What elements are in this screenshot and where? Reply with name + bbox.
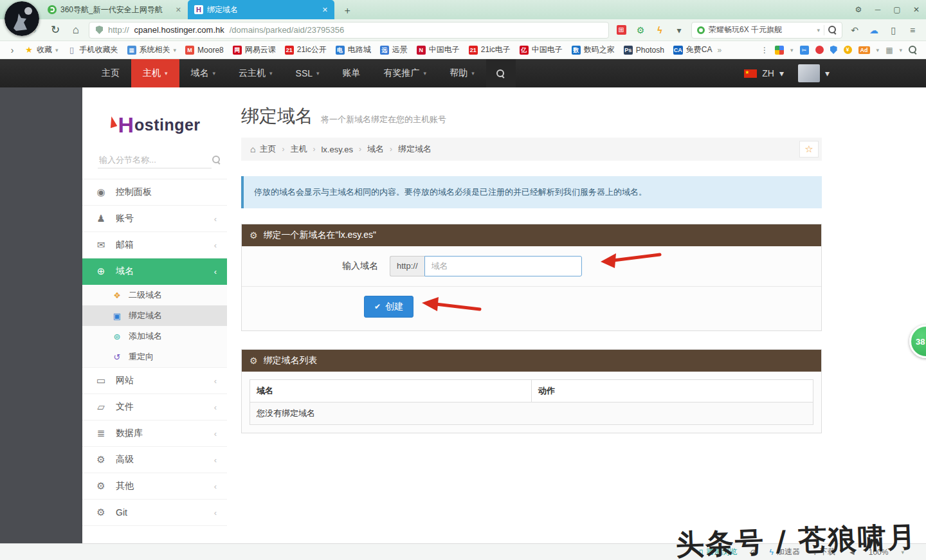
bookmark-item[interactable]: 21 21ic公开: [281, 43, 331, 57]
toolbar-search-box[interactable]: ▾: [691, 22, 842, 39]
adblock-icon[interactable]: Ad: [858, 46, 870, 54]
submenu-add-domain[interactable]: ⊚ 添加域名: [82, 326, 227, 347]
favorite-star-button[interactable]: ☆: [799, 141, 819, 158]
bookmark-mobile-favorites[interactable]: ▯ 手机收藏夹: [64, 43, 122, 57]
create-button-label: 创建: [385, 301, 403, 312]
info-alert: 停放的域名会显示与主域名相同的内容。要停放的域名必须是已注册的并已经解析到我们服…: [241, 176, 822, 208]
cloud-sync-icon[interactable]: ☁: [867, 25, 881, 35]
chevron-down-icon[interactable]: ▾: [779, 68, 784, 78]
bookmark-item[interactable]: CA 免费CA: [669, 43, 716, 57]
submenu-parked-domains-selected[interactable]: ▣ 绑定域名: [82, 305, 227, 326]
close-tab-icon[interactable]: ✕: [176, 6, 181, 14]
submenu-subdomains[interactable]: ❖ 二级域名: [82, 285, 227, 305]
domain-input[interactable]: [424, 256, 582, 276]
nav-home[interactable]: 主页: [90, 59, 131, 87]
bookmark-item[interactable]: 亿 中国电子: [516, 43, 567, 57]
wallet-icon[interactable]: ¥: [844, 46, 852, 54]
new-tab-button[interactable]: ＋: [338, 3, 356, 18]
browser-tab-1[interactable]: 360导航_新一代安全上网导航 ✕: [41, 0, 188, 19]
breadcrumb-domains[interactable]: 域名: [367, 143, 384, 155]
history-undo-icon[interactable]: ↶: [848, 25, 862, 35]
apps-grid-icon[interactable]: [775, 46, 784, 55]
user-avatar[interactable]: [798, 64, 820, 82]
nav-ssl[interactable]: SSL▾: [284, 59, 331, 87]
nav-hosting-active[interactable]: 主机▾: [131, 59, 179, 87]
bookmarks-sidebar-toggle-icon[interactable]: ›: [5, 45, 19, 55]
create-button[interactable]: ✔ 创建: [364, 296, 413, 318]
shopping-apps-icon[interactable]: ⊞: [617, 25, 626, 35]
language-selector[interactable]: ZH: [762, 68, 774, 78]
sidebar-item-account[interactable]: ♟ 账号 ‹: [82, 206, 227, 232]
send-to-phone-icon[interactable]: ▯: [886, 25, 900, 35]
extension-icons: ⋮ ▾ ✂ ¥ Ad ▾ ▦ ▾: [761, 46, 921, 55]
sidebar-item-dashboard[interactable]: ◉ 控制面板: [82, 179, 227, 206]
envelope-icon: ✉: [95, 239, 107, 251]
close-window-button[interactable]: ✕: [907, 0, 926, 19]
safety-shield-icon[interactable]: [830, 46, 837, 54]
speed-boost-icon[interactable]: ϟ: [653, 25, 667, 35]
sidebar-item-databases[interactable]: ≣ 数据库 ‹: [82, 420, 227, 447]
close-tab-icon[interactable]: ✕: [322, 6, 328, 14]
more-dots-icon[interactable]: ⋮: [761, 46, 768, 55]
column-header-action: 动作: [532, 379, 813, 402]
hot-news-icon[interactable]: [815, 46, 824, 54]
breadcrumb-account[interactable]: lx.esy.es: [321, 145, 353, 154]
chevron-down-icon[interactable]: ▾: [876, 47, 880, 53]
nav-vps[interactable]: 云主机▾: [227, 59, 284, 87]
chevron-down-icon[interactable]: ▾: [825, 68, 830, 78]
screenshot-icon[interactable]: ✂: [800, 46, 809, 55]
bookmark-item[interactable]: 网 网易云课: [229, 43, 280, 57]
url-field[interactable]: http://cpanel.hostinger.com.hk/domains/p…: [89, 22, 609, 39]
badge-count: 38: [916, 337, 925, 347]
plugin-gear-icon[interactable]: ⚙: [633, 25, 648, 35]
browser-menu-icon[interactable]: ≡: [905, 25, 920, 35]
nav-domains[interactable]: 域名▾: [179, 59, 228, 87]
bookmark-item[interactable]: 21 21ic电子: [465, 43, 514, 57]
add-domain-icon: ⊚: [112, 332, 122, 341]
nav-search-button[interactable]: [486, 59, 516, 87]
bookmark-item[interactable]: N 中国电子: [413, 43, 464, 57]
sidebar-search[interactable]: [98, 152, 212, 168]
folder-grid-icon: ▦: [127, 46, 136, 55]
chevron-down-icon[interactable]: ▾: [899, 47, 902, 53]
toolbar-search-input[interactable]: [709, 26, 813, 35]
browser-settings-icon[interactable]: ⚙: [849, 0, 868, 19]
nav-help[interactable]: 帮助▾: [438, 59, 486, 87]
sidebar-item-email[interactable]: ✉ 邮箱 ‹: [82, 232, 227, 258]
zoom-search-icon[interactable]: [909, 46, 917, 54]
bookmarks-overflow-icon[interactable]: »: [718, 46, 722, 55]
search-icon[interactable]: [828, 26, 837, 34]
bookmark-item[interactable]: M Moore8: [181, 43, 228, 57]
maximize-button[interactable]: ▢: [887, 0, 907, 19]
breadcrumb-home[interactable]: 主页: [259, 143, 276, 155]
sidebar-item-website[interactable]: ▭ 网站 ‹: [82, 368, 227, 394]
sidebar-item-git[interactable]: ⚙ Git ‹: [82, 500, 227, 526]
bookmark-favorites[interactable]: ★ 收藏 ▾: [21, 43, 62, 57]
sidebar-item-domains-active[interactable]: ⊕ 域名 ‹: [82, 258, 227, 285]
extensions-grid-icon[interactable]: ▦: [885, 46, 893, 55]
bookmark-item[interactable]: 远 远景: [376, 43, 412, 57]
chevron-down-icon[interactable]: ▾: [790, 47, 794, 53]
sidebar-item-label: 文件: [116, 401, 134, 413]
search-engine-caret-icon[interactable]: ▾: [817, 27, 820, 33]
breadcrumb-hosting[interactable]: 主机: [290, 143, 307, 155]
bookmark-folder-system[interactable]: ▦ 系统相关 ▾: [123, 43, 181, 57]
bookmark-item[interactable]: 电 电路城: [332, 43, 375, 57]
bookmark-item[interactable]: 数 数码之家: [568, 43, 619, 57]
refresh-icon[interactable]: ↻: [48, 23, 63, 38]
submenu-redirects[interactable]: ↺ 重定向: [82, 347, 227, 367]
bookmark-favicon: 亿: [520, 46, 529, 55]
nav-referral[interactable]: 有奖推广▾: [372, 59, 439, 87]
minimize-button[interactable]: ─: [868, 0, 887, 19]
sidebar-search-input[interactable]: [99, 155, 212, 165]
hostinger-logo[interactable]: H ostinger: [82, 87, 227, 145]
home-icon[interactable]: ⌂: [68, 23, 84, 38]
url-dropdown-caret-icon[interactable]: ▾: [672, 25, 686, 35]
nav-billing[interactable]: 账单: [331, 59, 372, 87]
sidebar-item-other[interactable]: ⚙ 其他 ‹: [82, 473, 227, 500]
sidebar-item-files[interactable]: ▱ 文件 ‹: [82, 394, 227, 420]
browser-tab-2-active[interactable]: H 绑定域名 ✕: [188, 0, 334, 19]
nav-label: 有奖推广: [384, 68, 420, 79]
sidebar-item-advanced[interactable]: ⚙ 高级 ‹: [82, 447, 227, 473]
bookmark-item[interactable]: Ps Photosh: [620, 43, 668, 57]
